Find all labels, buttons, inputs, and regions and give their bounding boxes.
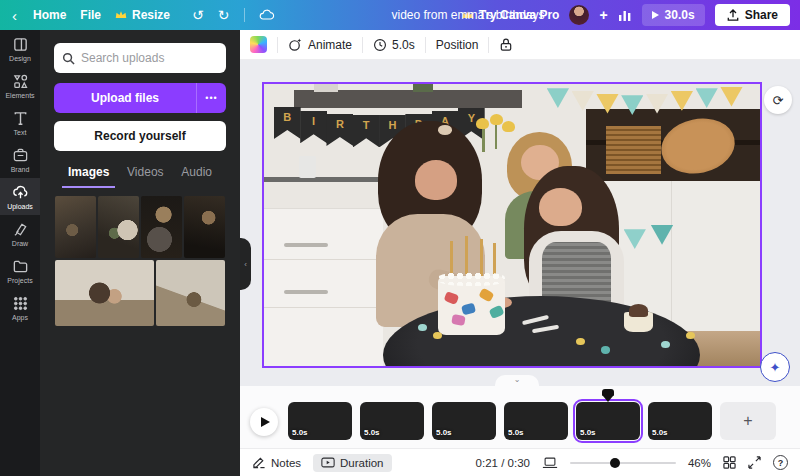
sidebar-item-elements[interactable]: Elements — [0, 67, 40, 104]
tab-videos[interactable]: Videos — [121, 163, 169, 188]
redo-icon[interactable]: ↻ — [218, 7, 230, 23]
tab-audio[interactable]: Audio — [175, 163, 218, 188]
timeline-collapse-tab[interactable]: ⌄ — [495, 375, 539, 387]
sidebar-item-uploads[interactable]: Uploads — [0, 178, 40, 215]
sidebar-item-draw[interactable]: Draw — [0, 215, 40, 252]
record-yourself-button[interactable]: Record yourself — [54, 121, 226, 151]
video-frame-content: B I R T H D A Y — [264, 84, 760, 366]
playback-time: 0:21 / 0:30 — [476, 457, 530, 469]
upload-more-button[interactable]: ••• — [196, 83, 226, 113]
sidebar-item-design[interactable]: Design — [0, 30, 40, 67]
photo-frame-decor — [314, 84, 339, 92]
divider — [488, 37, 489, 53]
photo-girl1-face — [415, 160, 457, 199]
timeline-clip-2[interactable]: 5.0s — [360, 402, 424, 440]
photo-cupcake-frosting — [629, 304, 649, 317]
add-member-button[interactable]: + — [599, 7, 607, 23]
magic-assistant-button[interactable]: ✦ — [760, 352, 790, 382]
divider — [362, 37, 363, 53]
resize-button[interactable]: Resize — [115, 8, 170, 22]
insights-chart-icon[interactable] — [618, 9, 632, 21]
help-icon: ? — [778, 458, 784, 468]
fullscreen-icon[interactable] — [748, 456, 761, 469]
tab-images[interactable]: Images — [62, 163, 115, 188]
upload-thumbnail[interactable] — [156, 260, 225, 326]
clip-duration-button[interactable]: 5.0s — [373, 38, 415, 52]
uploads-icon — [12, 184, 29, 201]
home-button[interactable]: Home — [33, 8, 66, 22]
add-clip-button[interactable]: + — [720, 402, 776, 440]
play-icon — [652, 11, 659, 19]
file-menu[interactable]: File — [80, 8, 101, 22]
zoom-slider-handle[interactable] — [610, 458, 620, 468]
preview-play-button[interactable]: 30.0s — [642, 4, 705, 26]
timeline-play-button[interactable] — [250, 408, 278, 436]
zoom-slider[interactable] — [570, 462, 676, 464]
timeline: ⌄ 5.0s 5.0s 5.0s 5.0s 5.0s 5.0s + — [240, 386, 800, 448]
sidebar-item-apps[interactable]: Apps — [0, 289, 40, 326]
photo-wicker-box — [606, 126, 661, 174]
color-picker-tile[interactable] — [250, 36, 267, 53]
duration-button[interactable]: Duration — [313, 454, 391, 472]
upload-row: Upload files ••• — [54, 83, 226, 113]
upload-files-button[interactable]: Upload files — [54, 83, 196, 113]
grid-view-icon[interactable] — [723, 456, 736, 469]
photo-confetti — [661, 341, 670, 348]
design-icon — [12, 36, 29, 53]
back-icon[interactable]: ‹ — [10, 7, 19, 24]
photo-garland-triangle — [671, 91, 693, 111]
laptop-icon[interactable] — [542, 457, 558, 469]
sidebar-item-brand[interactable]: Brand — [0, 141, 40, 178]
crown-icon — [115, 10, 127, 20]
sidebar-item-projects[interactable]: Projects — [0, 252, 40, 289]
document-title[interactable]: video from emma's birthdays — [391, 8, 544, 22]
timeline-clip-3[interactable]: 5.0s — [432, 402, 496, 440]
photo-flower-stem — [482, 126, 484, 151]
upload-thumbnail[interactable] — [141, 196, 182, 258]
notes-button[interactable]: Notes — [252, 456, 301, 469]
draw-icon — [12, 221, 29, 238]
refresh-icon[interactable]: ⟳ — [764, 86, 792, 114]
undo-icon[interactable]: ↺ — [192, 7, 204, 23]
search-input[interactable] — [81, 51, 218, 65]
timeline-clip-6[interactable]: 5.0s — [648, 402, 712, 440]
help-button[interactable]: ? — [773, 455, 788, 470]
photo-plant — [413, 84, 433, 92]
timeline-clip-4[interactable]: 5.0s — [504, 402, 568, 440]
avatar[interactable] — [569, 5, 589, 25]
sidebar-item-text[interactable]: Text — [0, 104, 40, 141]
zoom-level[interactable]: 46% — [688, 457, 711, 469]
apps-icon — [12, 295, 29, 312]
photo-drawer-seam — [264, 307, 383, 308]
photo-drawer-handle — [284, 290, 329, 294]
banner-flag: B — [274, 107, 301, 139]
selected-video-frame[interactable]: B I R T H D A Y — [262, 82, 762, 368]
divider — [244, 8, 245, 22]
duration-icon — [321, 457, 335, 468]
photo-flower — [502, 121, 515, 132]
timeline-clip-1[interactable]: 5.0s — [288, 402, 352, 440]
upload-thumbnail[interactable] — [55, 196, 96, 258]
position-button[interactable]: Position — [436, 38, 479, 52]
context-toolbar: Animate 5.0s Position — [240, 30, 800, 60]
lock-icon[interactable] — [499, 37, 513, 52]
upload-thumbnail[interactable] — [55, 260, 154, 326]
photo-bottle — [299, 156, 316, 179]
playhead-marker[interactable] — [602, 389, 614, 396]
search-box[interactable] — [54, 43, 226, 73]
upload-thumbnail[interactable] — [184, 196, 225, 258]
share-upload-icon — [727, 9, 739, 22]
panel-collapse-tab[interactable]: ‹ — [240, 238, 251, 290]
timeline-clip-5-selected[interactable]: 5.0s — [576, 402, 640, 440]
collapse-icon: ‹ — [244, 260, 247, 269]
canvas-area: ‹ — [240, 60, 800, 386]
share-button[interactable]: Share — [715, 4, 790, 26]
photo-drawer-handle — [284, 243, 329, 247]
elements-icon — [12, 73, 29, 90]
upload-thumbnail[interactable] — [98, 196, 139, 258]
banner-flag: T — [353, 115, 380, 147]
animate-button[interactable]: Animate — [288, 37, 352, 52]
photo-girl3-face — [539, 188, 582, 226]
top-bar: ‹ Home File Resize ↺ ↻ video from emma's… — [0, 0, 800, 30]
clock-icon — [373, 38, 387, 52]
